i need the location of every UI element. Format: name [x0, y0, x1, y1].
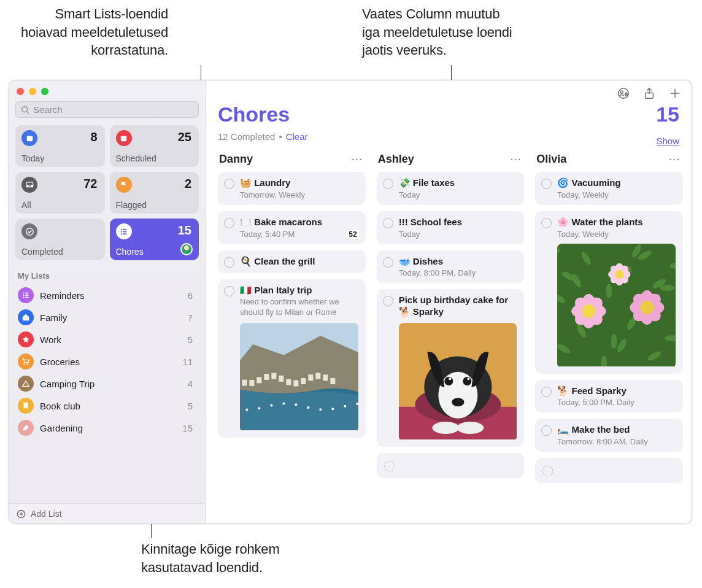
svg-rect-5 [121, 136, 126, 137]
attachment-image[interactable] [399, 323, 517, 441]
column-ashley: Ashley··· 💸 File taxes Today !!! School … [377, 150, 525, 524]
window-controls[interactable] [15, 85, 199, 101]
flag-icon [116, 177, 132, 193]
list-label: Work [40, 335, 182, 345]
complete-radio[interactable] [541, 218, 552, 228]
smart-list-today[interactable]: 8 Today [15, 125, 105, 167]
complete-radio[interactable] [383, 218, 393, 228]
smart-count: 2 [185, 177, 191, 191]
smart-list-scheduled[interactable]: 25 Scheduled [110, 125, 199, 167]
svg-rect-36 [264, 374, 269, 380]
new-reminder-placeholder[interactable] [377, 453, 525, 478]
reminder-card[interactable]: 🧺 Laundry Tomorrow, Weekly [218, 172, 366, 205]
list-count: 15 [656, 103, 679, 126]
reminder-card[interactable]: 🌸 Water the plants Today, Weekly [535, 211, 683, 374]
smart-list-flagged[interactable]: 2 Flagged [110, 172, 199, 214]
smart-count: 25 [178, 130, 191, 144]
reminder-card[interactable]: 🇮🇹 Plan Italy trip Need to confirm wheth… [218, 279, 366, 438]
reminder-card[interactable]: !!! School fees Today [377, 211, 525, 244]
svg-point-72 [611, 334, 617, 349]
complete-radio[interactable] [224, 286, 234, 296]
complete-radio[interactable] [541, 425, 552, 436]
list-item-gardening[interactable]: Gardening 15 [15, 417, 199, 439]
callout-smart-lists: Smart Lists-loendidhoiavad meeldetuletus… [21, 5, 168, 60]
column-more-button[interactable]: ··· [669, 154, 681, 164]
list-icon [18, 287, 34, 303]
list-count: 6 [188, 290, 196, 301]
list-icon [116, 223, 132, 239]
column-more-button[interactable]: ··· [511, 154, 522, 164]
column-olivia: Olivia··· 🌀 Vacuuming Today, Weekly 🌸 Wa… [535, 150, 683, 524]
reminder-card[interactable]: 🥣 Dishes Today, 8:00 PM, Daily [377, 250, 525, 284]
column-more-button[interactable]: ··· [352, 154, 363, 164]
completed-text: 12 Completed [218, 131, 275, 142]
svg-rect-40 [293, 380, 298, 386]
attachment-image[interactable] [557, 244, 676, 368]
smart-list-completed[interactable]: Completed [15, 219, 105, 260]
svg-point-102 [582, 304, 596, 318]
share-icon[interactable] [642, 87, 656, 100]
list-item-groceries[interactable]: Groceries 11 [15, 350, 199, 373]
calendar-icon [116, 130, 132, 146]
add-list-button[interactable]: Add List [9, 503, 205, 524]
list-item-work[interactable]: Work 5 [15, 328, 199, 350]
svg-rect-44 [323, 374, 328, 381]
svg-rect-35 [256, 377, 261, 383]
star-icon [18, 331, 34, 347]
reminder-card[interactable]: 🌀 Vacuuming Today, Weekly [535, 172, 683, 205]
complete-radio[interactable] [383, 257, 393, 268]
smart-label: Flagged [116, 200, 192, 210]
complete-radio[interactable] [224, 257, 234, 268]
reminder-card[interactable]: 💸 File taxes Today [377, 172, 525, 205]
close-icon[interactable] [17, 88, 24, 95]
callout-column-view: Vaates Column muutubiga meeldetuletuse l… [362, 5, 512, 60]
complete-radio[interactable] [541, 179, 552, 189]
minimize-icon[interactable] [29, 88, 36, 95]
reminder-meta: Today, 8:00 PM, Daily [399, 268, 517, 277]
clear-completed-button[interactable]: Clear [286, 131, 308, 142]
reminder-title: 🐕 Feed Sparky [557, 385, 626, 396]
svg-point-7 [121, 228, 122, 230]
svg-rect-45 [330, 378, 335, 384]
complete-radio[interactable] [383, 296, 393, 306]
svg-rect-43 [315, 373, 320, 379]
reminder-card[interactable]: 🐕 Feed Sparky Today, 5:00 PM, Daily [535, 380, 683, 413]
smart-list-chores[interactable]: 15 Chores [110, 219, 199, 260]
reminder-card[interactable]: 🛏️ Make the bed Tomorrow, 8:00 AM, Daily [535, 419, 683, 452]
add-reminder-icon[interactable] [668, 87, 682, 100]
smart-label: Scheduled [116, 153, 192, 163]
svg-point-53 [331, 408, 334, 410]
reminder-meta: Tomorrow, Weekly [240, 190, 358, 199]
reminder-card[interactable]: Pick up birthday cake for🐕 Sparky [377, 289, 525, 447]
show-button[interactable]: Show [656, 136, 679, 146]
new-reminder-placeholder[interactable] [535, 458, 683, 483]
smart-lists-grid: 8 Today 25 Scheduled 72 All 2 Flagged [15, 125, 199, 260]
reminder-title: !!! School fees [399, 217, 462, 227]
complete-radio[interactable] [224, 179, 234, 189]
reminder-card[interactable]: 🍽️ Bake macarons Today, 5:40 PM 52 [218, 211, 366, 244]
count-badge: 52 [346, 230, 359, 239]
complete-radio[interactable] [542, 466, 553, 476]
maximize-icon[interactable] [41, 88, 48, 95]
reminder-meta: Tomorrow, 8:00 AM, Daily [557, 437, 676, 446]
svg-point-111 [641, 301, 654, 314]
list-item-camping-trip[interactable]: Camping Trip 4 [15, 373, 199, 395]
svg-rect-33 [242, 380, 247, 386]
complete-radio[interactable] [384, 461, 395, 471]
complete-radio[interactable] [541, 387, 552, 397]
complete-radio[interactable] [383, 179, 393, 189]
list-item-book-club[interactable]: Book club 5 [15, 395, 199, 417]
column-danny: Danny··· 🧺 Laundry Tomorrow, Weekly 🍽️ B… [218, 150, 366, 524]
svg-point-46 [245, 409, 248, 411]
svg-point-64 [467, 377, 469, 380]
attachment-image[interactable] [240, 323, 358, 432]
smart-list-all[interactable]: 72 All [15, 172, 105, 214]
list-item-reminders[interactable]: Reminders 6 [15, 284, 199, 306]
complete-radio[interactable] [224, 218, 234, 228]
list-item-family[interactable]: Family 7 [15, 306, 199, 328]
svg-rect-3 [26, 136, 32, 137]
search-input[interactable]: Search [15, 101, 199, 118]
collaborate-icon[interactable] [617, 87, 630, 100]
reminder-card[interactable]: 🍳 Clean the grill [218, 250, 366, 273]
reminder-title: 🇮🇹 Plan Italy trip [240, 285, 312, 295]
